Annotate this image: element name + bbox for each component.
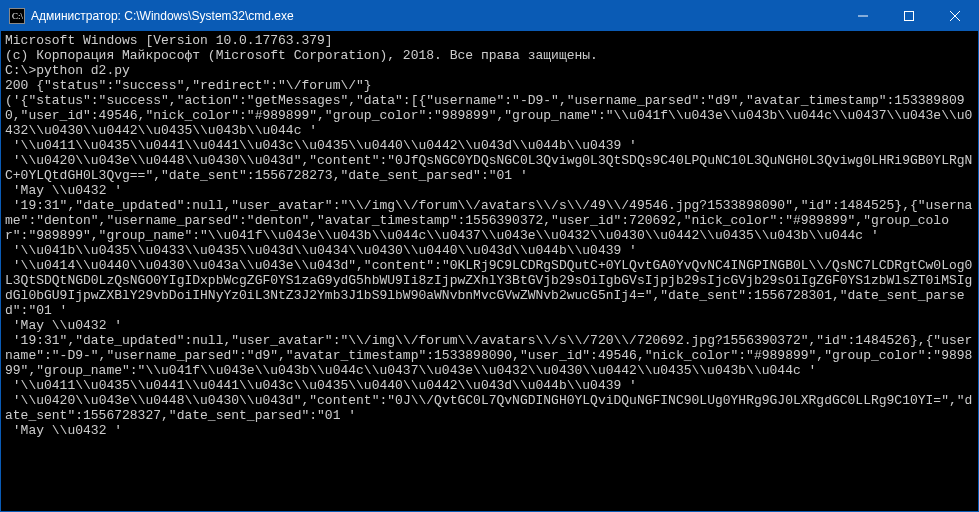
terminal-line: ('{"status":"success","action":"getMessa…	[5, 93, 974, 138]
maximize-button[interactable]	[886, 1, 932, 31]
terminal-line: '\\u0411\\u0435\\u0441\\u0441\\u043c\\u0…	[5, 138, 974, 153]
window-controls	[840, 1, 978, 31]
terminal-line: 'May \\u0432 '	[5, 318, 974, 333]
window-title: Администратор: C:\Windows\System32\cmd.e…	[31, 9, 840, 23]
terminal-line: C:\>python d2.py	[5, 63, 974, 78]
terminal-line: '\\u0420\\u043e\\u0448\\u0430\\u043d","c…	[5, 393, 974, 423]
terminal-line: '\\u0414\\u0440\\u0430\\u043a\\u043e\\u0…	[5, 258, 974, 318]
terminal-line: '19:31","date_updated":null,"user_avatar…	[5, 333, 974, 378]
terminal-line: 'May \\u0432 '	[5, 423, 974, 438]
minimize-button[interactable]	[840, 1, 886, 31]
svg-rect-4	[905, 12, 914, 21]
close-button[interactable]	[932, 1, 978, 31]
terminal-output[interactable]: Microsoft Windows [Version 10.0.17763.37…	[1, 31, 978, 511]
terminal-line: '\\u041b\\u0435\\u0433\\u0435\\u043d\\u0…	[5, 243, 974, 258]
titlebar[interactable]: C:\ Администратор: C:\Windows\System32\c…	[1, 1, 978, 31]
svg-text:C:\: C:\	[12, 11, 24, 21]
terminal-line: 'May \\u0432 '	[5, 183, 974, 198]
terminal-line: (c) Корпорация Майкрософт (Microsoft Cor…	[5, 48, 974, 63]
cmd-window: C:\ Администратор: C:\Windows\System32\c…	[0, 0, 979, 512]
cmd-icon: C:\	[9, 8, 25, 24]
terminal-line: Microsoft Windows [Version 10.0.17763.37…	[5, 33, 974, 48]
terminal-line: '19:31","date_updated":null,"user_avatar…	[5, 198, 974, 243]
terminal-line: 200 {"status":"success","redirect":"\/fo…	[5, 78, 974, 93]
terminal-line: '\\u0420\\u043e\\u0448\\u0430\\u043d","c…	[5, 153, 974, 183]
terminal-line: '\\u0411\\u0435\\u0441\\u0441\\u043c\\u0…	[5, 378, 974, 393]
